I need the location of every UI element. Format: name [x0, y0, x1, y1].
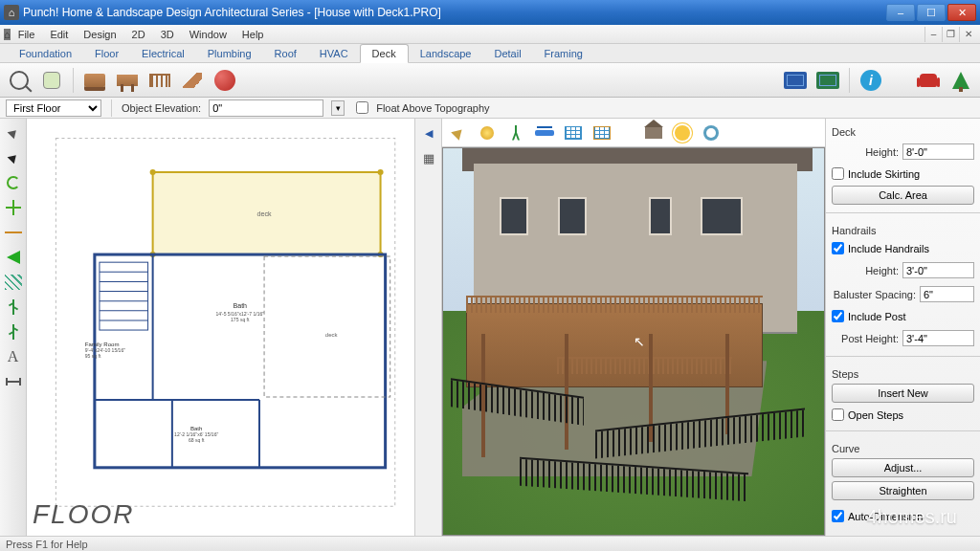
divider [826, 430, 980, 431]
select-tool-alt[interactable] [3, 147, 24, 168]
view2d-icon [784, 72, 807, 89]
menu-window[interactable]: Window [182, 27, 234, 42]
adjust-button[interactable]: Adjust... [832, 458, 974, 477]
walk-tool[interactable] [503, 121, 528, 144]
furniture-button[interactable] [915, 67, 942, 94]
insert-steps-button[interactable]: Insert New [832, 384, 974, 403]
tab-plumbing[interactable]: Plumbing [196, 45, 263, 62]
select-tool[interactable] [3, 122, 24, 143]
tab-roof[interactable]: Roof [263, 45, 308, 62]
divider [826, 356, 980, 357]
include-post-checkbox[interactable] [832, 310, 844, 322]
light-tool[interactable] [475, 121, 500, 144]
toggle-a-button[interactable]: ◀ [418, 122, 439, 143]
view-3d[interactable]: ↖ [442, 147, 825, 536]
tab-landscape[interactable]: Landscape [409, 45, 483, 62]
deck-3d [466, 303, 763, 388]
steps-section-label: Steps [832, 368, 974, 380]
import-icon [7, 251, 20, 264]
mdi-restore[interactable]: ❐ [942, 27, 959, 42]
hr-height-input[interactable] [902, 262, 974, 278]
railing-tool[interactable] [146, 67, 173, 94]
baluster-input[interactable] [920, 286, 974, 302]
stairs-tool[interactable] [179, 67, 206, 94]
workspace: A deck Bath [0, 119, 980, 536]
menu-design[interactable]: Design [76, 27, 123, 42]
float-checkbox[interactable] [356, 101, 368, 114]
plant-tool[interactable] [3, 297, 24, 318]
tab-electrical[interactable]: Electrical [130, 45, 196, 62]
deck-height-input[interactable] [902, 143, 974, 160]
menu-2d[interactable]: 2D [124, 27, 153, 42]
svg-text:Bath: Bath [233, 302, 247, 310]
auto-dim-checkbox[interactable] [832, 510, 844, 522]
material-tool[interactable] [212, 67, 238, 94]
snap-tool[interactable] [3, 197, 24, 218]
view-split-icon [816, 72, 839, 89]
grid3d-icon [565, 126, 582, 140]
tab-detail[interactable]: Detail [482, 45, 532, 62]
view-2d-button[interactable] [782, 67, 809, 94]
light-icon [480, 126, 494, 140]
straighten-button[interactable]: Straighten [832, 481, 974, 500]
close-button[interactable]: ✕ [947, 4, 976, 21]
window-3d [701, 197, 743, 235]
rotate-tool[interactable] [3, 172, 24, 193]
window-title: Punch! Home & Landscape Design Architect… [23, 6, 886, 19]
grid-tool[interactable] [561, 121, 586, 144]
obj-elev-dropdown[interactable]: ▾ [331, 100, 345, 116]
skirting-label: Include Skirting [848, 168, 920, 180]
pan-tool[interactable] [38, 67, 65, 94]
tab-floor[interactable]: Floor [83, 45, 130, 62]
menu-help[interactable]: Help [234, 27, 272, 42]
handrails-section-label: Handrails [832, 225, 974, 236]
layout-tool[interactable] [590, 121, 614, 144]
mdi-close[interactable]: ✕ [959, 27, 976, 42]
minimize-button[interactable]: – [886, 4, 915, 21]
railing-3d [466, 296, 763, 313]
tab-foundation[interactable]: Foundation [8, 45, 83, 62]
info-button[interactable]: i [858, 67, 884, 94]
svg-text:68 sq ft: 68 sq ft [189, 437, 205, 443]
maximize-button[interactable]: ☐ [917, 4, 946, 21]
deck-tool[interactable] [81, 67, 108, 94]
menu-3d[interactable]: 3D [153, 27, 182, 42]
cursor3d-tool[interactable] [446, 121, 471, 144]
hatch-tool[interactable] [3, 272, 24, 293]
tab-hvac[interactable]: HVAC [308, 45, 360, 62]
tab-framing[interactable]: Framing [533, 45, 594, 62]
import-tool[interactable] [3, 247, 24, 268]
toggle-b-button[interactable]: ▦ [418, 147, 439, 168]
picnic-tool[interactable] [114, 67, 141, 94]
calc-area-button[interactable]: Calc. Area [832, 186, 974, 205]
house-preset[interactable] [641, 121, 666, 144]
open-steps-checkbox[interactable] [832, 408, 844, 421]
menu-file[interactable]: File [11, 27, 43, 42]
floor-caption: FLOOR [33, 499, 134, 530]
svg-point-2 [150, 169, 156, 175]
hr-height-label: Height: [832, 265, 899, 276]
view-split-button[interactable] [814, 67, 841, 94]
landscape-button[interactable] [947, 67, 974, 94]
mdi-minimize[interactable]: – [924, 27, 942, 42]
include-handrails-checkbox[interactable] [832, 242, 844, 254]
dimension-tool[interactable] [3, 371, 24, 392]
fly-tool[interactable] [532, 121, 557, 144]
sun-tool[interactable] [670, 121, 695, 144]
tab-deck[interactable]: Deck [360, 44, 409, 63]
skirting-checkbox[interactable] [832, 167, 844, 180]
menu-edit[interactable]: Edit [42, 27, 76, 42]
line-tool[interactable] [3, 222, 24, 243]
railing-icon [149, 74, 170, 87]
post-height-input[interactable] [902, 330, 974, 346]
text-tool[interactable]: A [3, 346, 24, 367]
settings-3d[interactable] [699, 121, 724, 144]
heli-icon [535, 130, 554, 136]
deck-post [565, 334, 568, 450]
pan-icon [43, 72, 60, 89]
plan-view-2d[interactable]: deck Bath 14'-5 5/16"x12'-7 1/16" 175 sq… [27, 119, 415, 536]
plant-tool-2[interactable] [3, 321, 24, 342]
floor-select[interactable]: First Floor [6, 99, 101, 117]
obj-elev-input[interactable] [209, 99, 323, 117]
zoom-tool[interactable] [6, 67, 33, 94]
